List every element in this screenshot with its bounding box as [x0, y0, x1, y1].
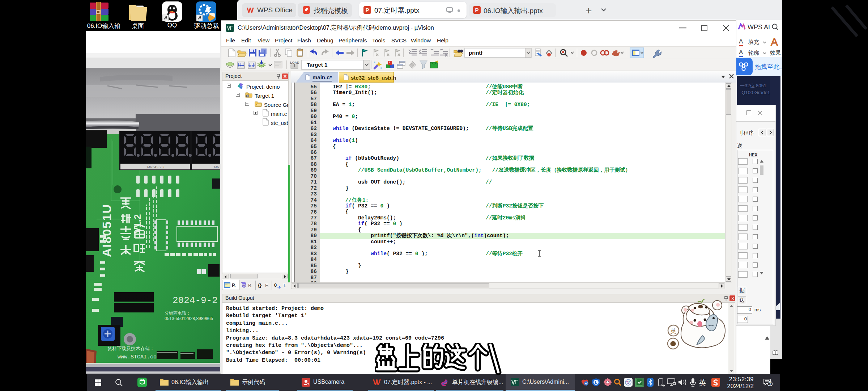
- svg-text:分销商电话：: 分销商电话：: [165, 311, 191, 316]
- svg-text:贷料下载及技术存储：: 贷料下载及技术存储：: [107, 346, 154, 351]
- svg-text:P: P: [475, 7, 478, 13]
- svg-text:2024-9-2: 2024-9-2: [173, 295, 218, 306]
- svg-text:?: ?: [243, 284, 245, 288]
- svg-text:Target 1: Target 1: [307, 62, 327, 68]
- svg-text:0513-55012928,8989865: 0513-55012928,8989865: [165, 316, 213, 321]
- svg-text:www.STCAI.com: www.STCAI.com: [118, 354, 160, 360]
- svg-text:英: 英: [671, 328, 677, 335]
- svg-text:346: 346: [213, 165, 219, 169]
- svg-text:3: 3: [769, 382, 771, 387]
- svg-text:AI8051U: AI8051U: [100, 205, 114, 257]
- svg-text:LOAD: LOAD: [290, 61, 299, 64]
- svg-text:printf: printf: [469, 50, 483, 56]
- svg-text:V1.2: V1.2: [132, 214, 143, 234]
- svg-text:3461AS 7.3: 3461AS 7.3: [146, 165, 165, 169]
- svg-text:P: P: [365, 7, 369, 13]
